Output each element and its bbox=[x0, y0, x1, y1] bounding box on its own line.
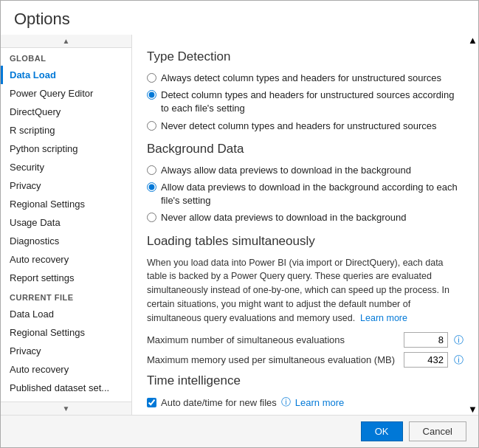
background-data-option-3: Never allow data previews to download in… bbox=[147, 211, 464, 224]
type-detection-radio-2[interactable] bbox=[147, 90, 156, 100]
time-intelligence-checkbox[interactable] bbox=[147, 398, 156, 407]
max-evaluations-row: Maximum number of simultaneous evaluatio… bbox=[147, 332, 464, 348]
background-data-radio-3[interactable] bbox=[147, 213, 156, 222]
loading-tables-description: When you load data into Power BI (via im… bbox=[147, 256, 464, 325]
max-evaluations-label: Maximum number of simultaneous evaluatio… bbox=[147, 334, 398, 345]
sidebar-item-security[interactable]: Security bbox=[1, 158, 131, 176]
type-detection-title: Type Detection bbox=[147, 49, 464, 64]
type-detection-group: Always detect column types and headers f… bbox=[147, 72, 464, 133]
sidebar-item-cf-privacy[interactable]: Privacy bbox=[1, 342, 131, 360]
ok-button[interactable]: OK bbox=[361, 421, 403, 441]
background-data-group: Always allow data previews to download i… bbox=[147, 164, 464, 225]
sidebar-item-diagnostics[interactable]: Diagnostics bbox=[1, 232, 131, 250]
sidebar-scroll-up[interactable]: ▲ bbox=[1, 35, 131, 48]
sidebar-item-regional-settings[interactable]: Regional Settings bbox=[1, 195, 131, 213]
background-data-radio-1[interactable] bbox=[147, 165, 156, 175]
time-intelligence-info-icon[interactable]: ⓘ bbox=[281, 396, 291, 409]
background-data-label-3: Never allow data previews to download in… bbox=[161, 211, 406, 224]
sidebar-item-cf-data-load[interactable]: Data Load bbox=[1, 305, 131, 323]
options-dialog: Options ▲ GLOBAL Data Load Power Query E… bbox=[0, 0, 479, 448]
background-data-option-2: Allow data previews to download in the b… bbox=[147, 181, 464, 207]
background-data-option-1: Always allow data previews to download i… bbox=[147, 164, 464, 177]
max-evaluations-info-icon[interactable]: ⓘ bbox=[454, 334, 464, 347]
type-detection-label-2: Detect column types and headers for unst… bbox=[161, 89, 464, 115]
type-detection-label-1: Always detect column types and headers f… bbox=[161, 72, 441, 85]
sidebar-item-r-scripting[interactable]: R scripting bbox=[1, 121, 131, 139]
dialog-title: Options bbox=[1, 1, 478, 35]
sidebar-item-auto-recovery[interactable]: Auto recovery bbox=[1, 250, 131, 269]
sidebar-item-power-query-editor[interactable]: Power Query Editor bbox=[1, 84, 131, 103]
time-intelligence-title: Time intelligence bbox=[147, 373, 464, 388]
background-data-radio-2[interactable] bbox=[147, 182, 156, 192]
sidebar-item-privacy[interactable]: Privacy bbox=[1, 176, 131, 195]
max-memory-row: Maximum memory used per simultaneous eva… bbox=[147, 352, 464, 368]
global-section-label: GLOBAL bbox=[1, 48, 131, 66]
type-detection-option-2: Detect column types and headers for unst… bbox=[147, 89, 464, 115]
scroll-up-arrow: ▲ bbox=[63, 37, 70, 45]
scroll-down-arrow: ▼ bbox=[63, 404, 70, 413]
loading-tables-learn-more[interactable]: Learn more bbox=[360, 313, 407, 323]
type-detection-option-1: Always detect column types and headers f… bbox=[147, 72, 464, 85]
sidebar-item-report-settings[interactable]: Report settings bbox=[1, 269, 131, 287]
dialog-footer: OK Cancel bbox=[1, 415, 478, 447]
sidebar: ▲ GLOBAL Data Load Power Query Editor Di… bbox=[1, 35, 132, 415]
sidebar-item-python-scripting[interactable]: Python scripting bbox=[1, 139, 131, 158]
main-content: ▲ ▼ Type Detection Always detect column … bbox=[132, 35, 478, 415]
main-scroll-down[interactable]: ▼ bbox=[468, 404, 478, 415]
sidebar-item-usage-data[interactable]: Usage Data bbox=[1, 213, 131, 232]
sidebar-item-cf-auto-recovery[interactable]: Auto recovery bbox=[1, 360, 131, 379]
max-memory-label: Maximum memory used per simultaneous eva… bbox=[147, 354, 398, 365]
background-data-label-2: Allow data previews to download in the b… bbox=[161, 181, 464, 207]
cancel-button[interactable]: Cancel bbox=[409, 421, 466, 441]
background-data-label-1: Always allow data previews to download i… bbox=[161, 164, 411, 177]
sidebar-scroll-down[interactable]: ▼ bbox=[1, 402, 131, 415]
time-intelligence-learn-more[interactable]: Learn more bbox=[295, 397, 344, 408]
type-detection-radio-1[interactable] bbox=[147, 73, 156, 83]
loading-tables-title: Loading tables simultaneously bbox=[147, 234, 464, 249]
sidebar-item-data-load[interactable]: Data Load bbox=[1, 66, 131, 84]
type-detection-option-3: Never detect column types and headers fo… bbox=[147, 120, 464, 133]
main-scroll-up[interactable]: ▲ bbox=[468, 35, 478, 46]
sidebar-item-cf-regional-settings[interactable]: Regional Settings bbox=[1, 323, 131, 342]
sidebar-item-cf-published-dataset[interactable]: Published dataset set... bbox=[1, 379, 131, 397]
background-data-title: Background Data bbox=[147, 142, 464, 156]
dialog-body: ▲ GLOBAL Data Load Power Query Editor Di… bbox=[1, 35, 478, 415]
type-detection-radio-3[interactable] bbox=[147, 121, 156, 131]
max-memory-info-icon[interactable]: ⓘ bbox=[454, 354, 464, 367]
max-evaluations-input[interactable] bbox=[404, 332, 448, 348]
type-detection-label-3: Never detect column types and headers fo… bbox=[161, 120, 437, 133]
time-intelligence-label: Auto date/time for new files bbox=[161, 397, 277, 408]
time-intelligence-checkbox-row: Auto date/time for new files ⓘ Learn mor… bbox=[147, 396, 464, 409]
max-memory-input[interactable] bbox=[404, 352, 448, 368]
current-file-section-label: CURRENT FILE bbox=[1, 287, 131, 305]
sidebar-item-directquery[interactable]: DirectQuery bbox=[1, 103, 131, 121]
